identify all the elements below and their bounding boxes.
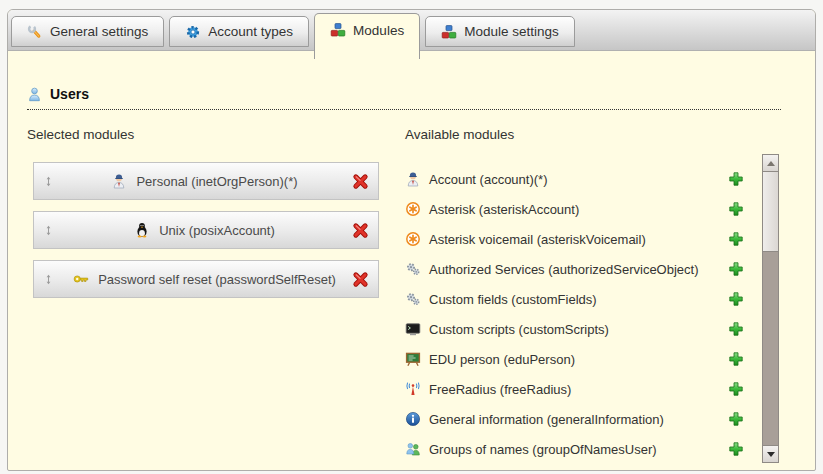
gear-icon (185, 24, 201, 40)
plus-icon (728, 351, 744, 367)
available-module-row: General information (generalInformation) (405, 404, 744, 434)
available-module-row: Authorized Services (authorizedServiceOb… (405, 254, 744, 284)
wrench-icon (27, 24, 43, 40)
module-label: Custom fields (customFields) (429, 292, 597, 307)
plus-icon (728, 411, 744, 427)
tab-label: Module settings (464, 24, 559, 39)
selected-modules-heading: Selected modules (27, 127, 134, 142)
tab-modules[interactable]: Modules (314, 13, 420, 59)
add-module-button[interactable] (728, 261, 744, 277)
info-icon (405, 411, 421, 427)
tux-icon (134, 222, 150, 238)
selected-module-row[interactable]: Unix (posixAccount) (33, 211, 379, 249)
drag-handle[interactable] (43, 224, 57, 237)
tab-label: Modules (353, 23, 404, 38)
group-icon (405, 441, 421, 457)
user-icon (27, 87, 42, 102)
available-module-row: Asterisk voicemail (asteriskVoicemail) (405, 224, 744, 254)
person-icon (405, 171, 421, 187)
module-label: Password self reset (passwordSelfReset) (98, 272, 336, 287)
scroll-thumb[interactable] (763, 172, 778, 252)
updown-arrow-icon (43, 273, 54, 286)
plus-icon (728, 291, 744, 307)
plus-icon (728, 441, 744, 457)
available-modules-list: Account (account)(*) Asterisk (asteriskA… (405, 164, 744, 464)
add-module-button[interactable] (728, 201, 744, 217)
available-modules-scrollbar[interactable] (762, 154, 779, 463)
module-label: Asterisk voicemail (asteriskVoicemail) (429, 232, 646, 247)
add-module-button[interactable] (728, 291, 744, 307)
module-label: Custom scripts (customScripts) (429, 322, 609, 337)
selected-modules-list: Personal (inetOrgPerson)(*) Unix (posixA… (33, 162, 379, 309)
module-label: Account (account)(*) (429, 172, 548, 187)
delete-x-icon (352, 271, 369, 288)
asterisk-icon (405, 231, 421, 247)
selected-module-row[interactable]: Personal (inetOrgPerson)(*) (33, 162, 379, 200)
add-module-button[interactable] (728, 231, 744, 247)
person-icon (111, 173, 127, 189)
up-arrow-icon (767, 161, 775, 166)
chalkboard-icon (405, 351, 421, 367)
remove-module-button[interactable] (352, 222, 369, 239)
modules-icon (441, 24, 457, 40)
modules-icon (330, 22, 346, 38)
updown-arrow-icon (43, 175, 54, 188)
asterisk-icon (405, 201, 421, 217)
add-module-button[interactable] (728, 351, 744, 367)
plus-icon (728, 381, 744, 397)
module-label: Personal (inetOrgPerson)(*) (136, 174, 297, 189)
down-arrow-icon (767, 452, 775, 457)
module-label: Asterisk (asteriskAccount) (429, 202, 579, 217)
available-modules-heading: Available modules (405, 127, 514, 142)
terminal-icon (405, 321, 421, 337)
delete-x-icon (352, 173, 369, 190)
add-module-button[interactable] (728, 411, 744, 427)
scroll-track[interactable] (763, 252, 778, 445)
available-module-row: EDU person (eduPerson) (405, 344, 744, 374)
section-header-users: Users (27, 86, 781, 110)
available-module-row: Custom fields (customFields) (405, 284, 744, 314)
scroll-up-button[interactable] (763, 155, 778, 172)
plus-icon (728, 321, 744, 337)
remove-module-button[interactable] (352, 271, 369, 288)
tab-general-settings[interactable]: General settings (11, 16, 164, 47)
module-label: FreeRadius (freeRadius) (429, 382, 571, 397)
available-module-row: Asterisk (asteriskAccount) (405, 194, 744, 224)
available-module-row: Groups of names (groupOfNamesUser) (405, 434, 744, 464)
tab-label: Account types (208, 24, 293, 39)
tab-account-types[interactable]: Account types (169, 16, 309, 47)
scroll-down-button[interactable] (763, 445, 778, 462)
add-module-button[interactable] (728, 321, 744, 337)
section-title: Users (50, 86, 89, 102)
plus-icon (728, 261, 744, 277)
available-module-row: Account (account)(*) (405, 164, 744, 194)
radio-icon (405, 381, 421, 397)
available-module-row: Custom scripts (customScripts) (405, 314, 744, 344)
config-panel: General settings Account types Modules M… (7, 9, 816, 471)
module-label: Authorized Services (authorizedServiceOb… (429, 262, 699, 277)
plus-icon (728, 231, 744, 247)
module-label: General information (generalInformation) (429, 412, 664, 427)
drag-handle[interactable] (43, 273, 57, 286)
tab-label: General settings (50, 24, 148, 39)
plus-icon (728, 171, 744, 187)
delete-x-icon (352, 222, 369, 239)
drag-handle[interactable] (43, 175, 57, 188)
module-label: EDU person (eduPerson) (429, 352, 575, 367)
remove-module-button[interactable] (352, 173, 369, 190)
key-icon (73, 271, 89, 287)
gears-icon (405, 291, 421, 307)
selected-module-row[interactable]: Password self reset (passwordSelfReset) (33, 260, 379, 298)
module-label: Unix (posixAccount) (159, 223, 275, 238)
tab-module-settings[interactable]: Module settings (425, 16, 575, 47)
plus-icon (728, 201, 744, 217)
tab-bar: General settings Account types Modules M… (8, 10, 815, 51)
gears-icon (405, 261, 421, 277)
available-module-row: FreeRadius (freeRadius) (405, 374, 744, 404)
updown-arrow-icon (43, 224, 54, 237)
add-module-button[interactable] (728, 381, 744, 397)
add-module-button[interactable] (728, 171, 744, 187)
module-label: Groups of names (groupOfNamesUser) (429, 442, 657, 457)
add-module-button[interactable] (728, 441, 744, 457)
